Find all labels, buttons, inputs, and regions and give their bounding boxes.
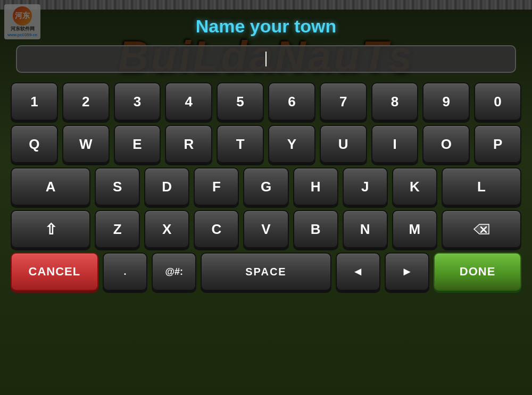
key-d[interactable]: D: [144, 167, 189, 206]
left-arrow-key[interactable]: ◄: [336, 253, 380, 291]
key-1[interactable]: 1: [11, 82, 58, 121]
backspace-key[interactable]: [442, 210, 521, 248]
text-cursor: [265, 52, 267, 66]
key-i[interactable]: I: [371, 125, 419, 163]
key-p[interactable]: P: [474, 125, 521, 163]
key-k[interactable]: K: [392, 167, 437, 206]
dialog-title: Name your town: [196, 16, 336, 37]
key-o[interactable]: O: [422, 125, 470, 163]
bottom-row: CANCEL . @#: SPACE ◄ ► DONE: [11, 253, 521, 291]
key-e[interactable]: E: [114, 125, 161, 163]
key-x[interactable]: X: [144, 210, 189, 248]
key-y[interactable]: Y: [268, 125, 315, 163]
qwerty-row: Q W E R T Y U I O P: [11, 125, 521, 163]
key-dot[interactable]: .: [103, 253, 147, 291]
number-row: 1 2 3 4 5 6 7 8 9 0: [11, 82, 521, 121]
key-m[interactable]: M: [392, 210, 437, 248]
keyboard: 1 2 3 4 5 6 7 8 9 0 Q W E R T Y U I O P …: [11, 82, 521, 291]
cancel-button[interactable]: CANCEL: [11, 253, 98, 291]
key-7[interactable]: 7: [320, 82, 367, 121]
key-t[interactable]: T: [217, 125, 264, 163]
zxcv-row: ⇧ Z X C V B N M: [11, 210, 521, 248]
key-b[interactable]: B: [293, 210, 338, 248]
asdf-row: A S D F G H J K L: [11, 167, 521, 206]
town-name-input[interactable]: [16, 45, 516, 73]
key-u[interactable]: U: [320, 125, 367, 163]
right-arrow-key[interactable]: ►: [385, 253, 429, 291]
key-8[interactable]: 8: [371, 82, 419, 121]
key-r[interactable]: R: [165, 125, 212, 163]
key-symbol[interactable]: @#:: [152, 253, 196, 291]
dialog-overlay: Name your town 1 2 3 4 5 6 7 8 9 0 Q W E…: [0, 0, 532, 395]
key-g[interactable]: G: [243, 167, 288, 206]
shift-key[interactable]: ⇧: [11, 210, 90, 248]
space-key[interactable]: SPACE: [201, 253, 331, 291]
key-2[interactable]: 2: [62, 82, 110, 121]
key-v[interactable]: V: [243, 210, 288, 248]
key-6[interactable]: 6: [268, 82, 315, 121]
key-s[interactable]: S: [95, 167, 140, 206]
key-q[interactable]: Q: [11, 125, 58, 163]
done-button[interactable]: DONE: [434, 253, 521, 291]
key-l[interactable]: L: [442, 167, 521, 206]
key-5[interactable]: 5: [217, 82, 264, 121]
key-z[interactable]: Z: [95, 210, 140, 248]
key-f[interactable]: F: [194, 167, 239, 206]
key-h[interactable]: H: [293, 167, 338, 206]
key-j[interactable]: J: [343, 167, 388, 206]
key-0[interactable]: 0: [474, 82, 521, 121]
key-a[interactable]: A: [11, 167, 90, 206]
key-3[interactable]: 3: [114, 82, 161, 121]
key-4[interactable]: 4: [165, 82, 212, 121]
key-n[interactable]: N: [343, 210, 388, 248]
key-c[interactable]: C: [194, 210, 239, 248]
key-9[interactable]: 9: [422, 82, 470, 121]
key-w[interactable]: W: [62, 125, 110, 163]
